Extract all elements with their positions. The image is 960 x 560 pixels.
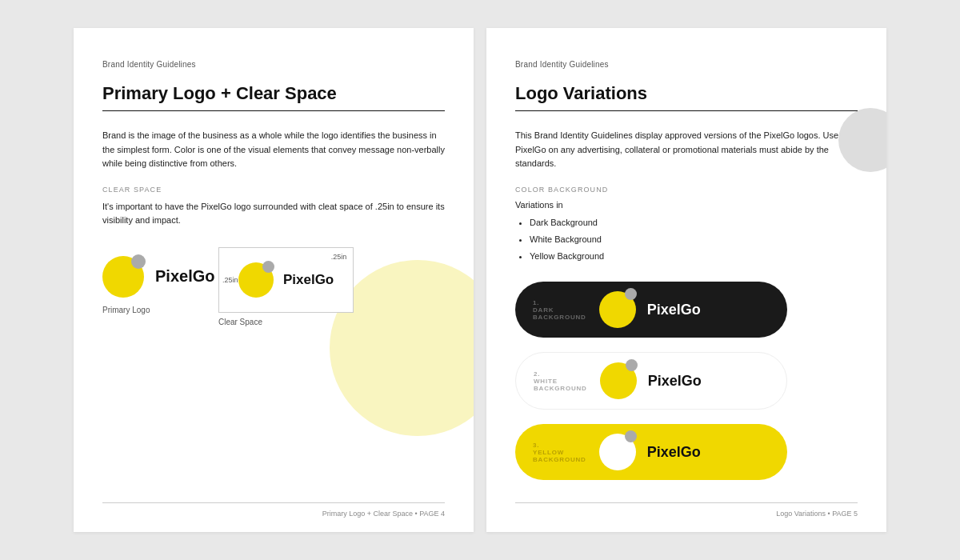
logo-inner-white: PixelGo	[600, 362, 702, 399]
logo-wordmark-clearspace: PixelGo	[283, 272, 334, 288]
clear-space-caption: Clear Space	[218, 318, 262, 326]
logo-variation-yellow: 3. YELLOW BACKGROUND PixelGo	[515, 424, 787, 480]
body-text-p2: This Brand Identity Guidelines display a…	[515, 129, 858, 171]
clear-space-top-label: .25in	[331, 253, 347, 261]
page-footer-text-p1: Primary Logo + Clear Space • PAGE 4	[322, 510, 445, 518]
variation-label-white: 2. WHITE BACKGROUND	[534, 370, 587, 392]
logo-circle-gray-primary	[131, 254, 146, 269]
page-title-p1: Primary Logo + Clear Space	[102, 83, 445, 104]
variation-label-dark: 1. DARK BACKGROUND	[533, 299, 586, 321]
logo-wordmark-yellow: PixelGo	[647, 444, 701, 461]
list-item: Dark Background	[530, 214, 858, 231]
logo-wordmark-white: PixelGo	[648, 373, 702, 390]
logo-inner-dark: PixelGo	[599, 291, 701, 328]
page-footer-p1: Primary Logo + Clear Space • PAGE 4	[102, 502, 445, 518]
primary-logo-caption: Primary Logo	[102, 306, 150, 314]
list-item: Yellow Background	[530, 248, 858, 265]
logo-variation-dark: 1. DARK BACKGROUND PixelGo	[515, 282, 787, 338]
page-footer-p2: Logo Variations • PAGE 5	[515, 502, 858, 518]
page-title-p2: Logo Variations	[515, 83, 858, 104]
clear-space-left-label: .25in	[222, 276, 238, 284]
clear-space-label: CLEAR SPACE	[102, 186, 445, 194]
brand-label-p2: Brand Identity Guidelines	[515, 60, 858, 69]
color-bg-label: COLOR BACKGROUND	[515, 186, 858, 194]
logo-circle-gray-white	[626, 359, 638, 371]
primary-logo-wrapper: PixelGo Primary Logo	[102, 256, 214, 314]
clear-space-body: It's important to have the PixelGo logo …	[102, 200, 445, 228]
logo-circle-gray-dark	[625, 288, 637, 300]
body-text-p1: Brand is the image of the business as a …	[102, 129, 445, 171]
logo-wordmark-primary: PixelGo	[155, 267, 214, 286]
pages-container: Brand Identity Guidelines Primary Logo +…	[58, 12, 902, 548]
logo-variation-white: 2. WHITE BACKGROUND PixelGo	[515, 352, 787, 410]
page-1: Brand Identity Guidelines Primary Logo +…	[74, 28, 474, 532]
variations-intro: Variations in	[515, 200, 858, 210]
logo-wordmark-dark: PixelGo	[647, 302, 701, 318]
logo-circle-gray-clearspace	[262, 261, 274, 273]
title-divider-p2	[515, 110, 858, 111]
page2-content: Brand Identity Guidelines Logo Variation…	[515, 60, 858, 480]
logo-circle-gray-yellow	[625, 430, 637, 442]
title-divider-p1	[102, 110, 445, 111]
logo-inner-yellow: PixelGo	[599, 434, 701, 470]
brand-label-p1: Brand Identity Guidelines	[102, 60, 445, 69]
clear-space-wrapper: .25in .25in PixelGo Clear Space	[218, 247, 354, 326]
list-item: White Background	[530, 231, 858, 248]
clear-space-box: .25in .25in PixelGo	[218, 247, 354, 313]
page-footer-text-p2: Logo Variations • PAGE 5	[776, 510, 858, 518]
page-2: Brand Identity Guidelines Logo Variation…	[486, 28, 886, 532]
variation-label-yellow: 3. YELLOW BACKGROUND	[533, 442, 586, 463]
variations-list: Dark Background White Background Yellow …	[515, 214, 858, 265]
primary-logo-display: PixelGo	[102, 256, 214, 298]
